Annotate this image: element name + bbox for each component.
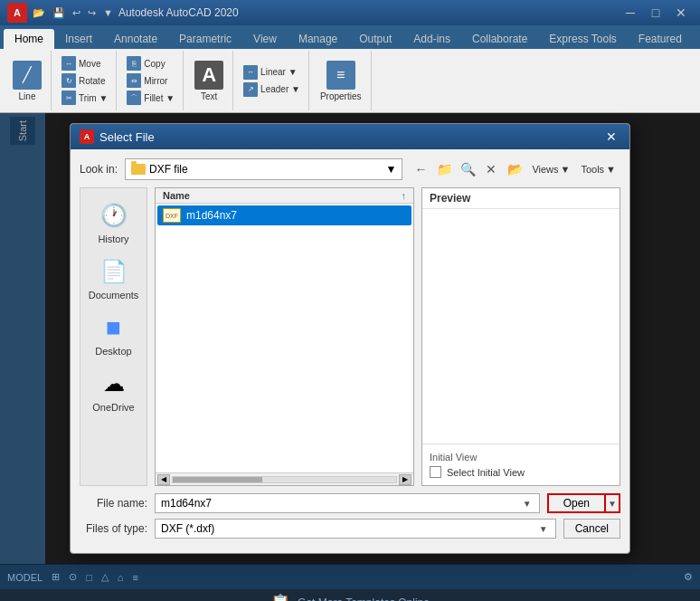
- initial-view-label: Initial View: [430, 452, 612, 463]
- scroll-thumb: [173, 477, 262, 482]
- properties-button[interactable]: ≡ Properties: [317, 59, 365, 103]
- file-item[interactable]: DXF m1d64nx7: [157, 205, 411, 225]
- title-bar-title: Autodesk AutoCAD 2020: [118, 6, 239, 19]
- tab-annotate[interactable]: Annotate: [103, 29, 168, 49]
- text-button[interactable]: A Text: [191, 59, 227, 103]
- leader-button[interactable]: ↗ Leader ▼: [241, 81, 303, 98]
- properties-icon: ≡: [326, 61, 355, 90]
- status-snap[interactable]: ⊙: [69, 571, 77, 583]
- select-initial-view-checkbox[interactable]: [430, 466, 441, 478]
- status-settings[interactable]: ⚙: [684, 571, 693, 583]
- autocad-logo: A: [7, 3, 27, 23]
- filetype-dropdown-arrow[interactable]: ▼: [537, 521, 550, 536]
- filename-value: m1d64nx7: [161, 497, 521, 510]
- cancel-button[interactable]: Cancel: [563, 519, 620, 539]
- up-folder-button[interactable]: 📁: [433, 159, 455, 179]
- leader-icon: ↗: [243, 82, 258, 97]
- select-file-dialog: A Select File ✕ Look in: DXF file ▼: [70, 123, 630, 554]
- filetype-value: DXF (*.dxf): [161, 522, 537, 535]
- dialog-body: Look in: DXF file ▼ ← 📁 🔍 ✕: [71, 149, 629, 553]
- tools-button[interactable]: Tools ▼: [576, 159, 620, 179]
- views-dropdown-arrow: ▼: [561, 164, 571, 175]
- status-lineweight[interactable]: ≡: [132, 572, 137, 583]
- look-in-select[interactable]: DXF file ▼: [125, 158, 402, 180]
- trim-button[interactable]: ✂ Trim ▼: [59, 90, 110, 106]
- tab-addins[interactable]: Add-ins: [402, 29, 461, 49]
- main-area: Start A Select File ✕ Look in:: [0, 113, 700, 564]
- horizontal-scrollbar[interactable]: ◀ ▶: [156, 472, 413, 485]
- look-in-label: Look in:: [80, 163, 118, 176]
- filename-input[interactable]: m1d64nx7 ▼: [155, 493, 540, 513]
- open-dropdown-arrow[interactable]: ▼: [606, 493, 620, 513]
- preview-label: Preview: [422, 188, 620, 209]
- taskbar-label[interactable]: Get More Templates Online: [298, 596, 430, 601]
- back-button[interactable]: ←: [410, 159, 431, 179]
- look-in-dropdown-arrow: ▼: [385, 163, 396, 176]
- text-icon: A: [194, 61, 223, 90]
- tab-output[interactable]: Output: [348, 29, 402, 49]
- close-button[interactable]: ✕: [669, 3, 693, 23]
- tab-insert[interactable]: Insert: [54, 29, 103, 49]
- line-button[interactable]: ╱ Line: [9, 59, 45, 103]
- dialog-toolbar: ← 📁 🔍 ✕ 📂 Views ▼ Tools ▼: [410, 159, 620, 179]
- tab-collaborate[interactable]: Collaborate: [461, 29, 538, 49]
- tab-express-tools[interactable]: Express Tools: [538, 29, 627, 49]
- tab-manage[interactable]: Manage: [288, 29, 348, 49]
- look-in-row: Look in: DXF file ▼ ← 📁 🔍 ✕: [80, 158, 620, 180]
- scroll-right-arrow[interactable]: ▶: [399, 474, 411, 485]
- tab-home[interactable]: Home: [4, 29, 54, 49]
- desktop-label: Desktop: [95, 346, 131, 357]
- shortcuts-panel: 🕐 History 📄 Documents ■ Desktop ☁: [80, 187, 147, 486]
- look-in-value: DXF file: [149, 163, 188, 176]
- linear-button[interactable]: ↔ Linear ▼: [241, 64, 303, 81]
- fillet-button[interactable]: ⌒ Fillet ▼: [124, 90, 177, 106]
- tab-view[interactable]: View: [242, 29, 288, 49]
- scroll-track[interactable]: [172, 476, 397, 483]
- ribbon-group-properties: ≡ Properties: [311, 51, 372, 110]
- tab-featured[interactable]: Featured: [628, 29, 693, 49]
- name-column-header[interactable]: Name: [163, 190, 190, 201]
- new-folder-button[interactable]: 📂: [504, 159, 525, 179]
- history-icon: 🕐: [98, 199, 130, 232]
- status-bar: MODEL ⊞ ⊙ □ △ ⌂ ≡ ⚙: [0, 564, 700, 589]
- open-button[interactable]: Open: [547, 493, 606, 513]
- sort-indicator[interactable]: ↑: [402, 190, 407, 201]
- preview-area: [422, 209, 620, 444]
- ribbon-group-draw: ╱ Line: [4, 51, 52, 110]
- filetype-label: Files of type:: [80, 522, 147, 535]
- onedrive-shortcut[interactable]: ☁ OneDrive: [84, 364, 143, 416]
- checkbox-row: Select Initial View: [430, 466, 612, 478]
- move-button[interactable]: ↔ Move: [59, 55, 110, 72]
- filetype-input[interactable]: DXF (*.dxf) ▼: [155, 519, 556, 539]
- maximize-button[interactable]: □: [644, 3, 667, 23]
- move-icon: ↔: [61, 56, 76, 71]
- copy-icon: ⎘: [127, 56, 141, 71]
- history-shortcut[interactable]: 🕐 History: [84, 196, 143, 248]
- tab-parametric[interactable]: Parametric: [168, 29, 242, 49]
- desktop-icon: ■: [98, 311, 130, 344]
- status-ortho[interactable]: □: [86, 572, 92, 583]
- rotate-button[interactable]: ↻ Rotate: [59, 72, 110, 89]
- desktop-shortcut[interactable]: ■ Desktop: [84, 308, 143, 360]
- filename-dropdown-arrow[interactable]: ▼: [521, 496, 534, 510]
- minimize-button[interactable]: ─: [619, 3, 642, 23]
- views-button[interactable]: Views ▼: [527, 159, 574, 179]
- search-web-button[interactable]: 🔍: [457, 159, 478, 179]
- status-osnap[interactable]: ⌂: [118, 572, 124, 583]
- file-list-content: DXF m1d64nx7: [156, 204, 413, 472]
- status-model[interactable]: MODEL: [7, 572, 43, 583]
- history-label: History: [98, 234, 128, 244]
- taskbar: 📋 Get More Templates Online: [0, 589, 700, 601]
- dialog-close-button[interactable]: ✕: [602, 129, 620, 145]
- mirror-button[interactable]: ⇔ Mirror: [124, 72, 177, 89]
- documents-shortcut[interactable]: 📄 Documents: [84, 252, 143, 304]
- ribbon-btn-row: ↔ Move ↻ Rotate ✂ Trim ▼: [59, 55, 110, 106]
- scroll-left-arrow[interactable]: ◀: [157, 474, 170, 485]
- filename-label: File name:: [80, 497, 147, 510]
- copy-button[interactable]: ⎘ Copy: [124, 55, 177, 72]
- delete-button[interactable]: ✕: [480, 159, 502, 179]
- ribbon-btn-row-copy: ⎘ Copy ⇔ Mirror ⌒ Fillet ▼: [124, 55, 177, 106]
- status-grid[interactable]: ⊞: [52, 571, 60, 583]
- title-bar-controls: ─ □ ✕: [619, 3, 693, 23]
- status-polar[interactable]: △: [101, 571, 109, 583]
